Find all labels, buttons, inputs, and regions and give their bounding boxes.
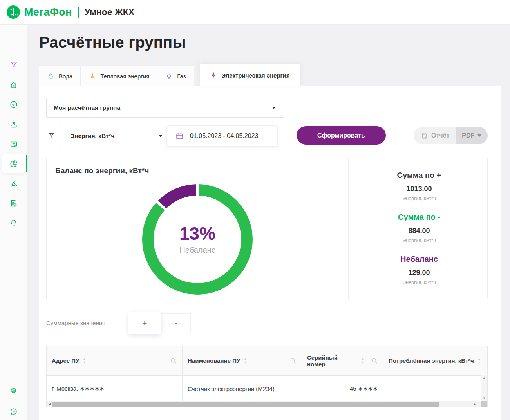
network-icon [9, 179, 18, 188]
chevron-down-icon [272, 107, 276, 109]
column-header-name[interactable]: Наименование ПУ [183, 346, 302, 375]
horizontal-scrollbar-thumb[interactable] [52, 402, 439, 407]
tab-heat[interactable]: Тепловая энергия [81, 66, 157, 86]
tab-gas[interactable]: Газ [157, 66, 194, 86]
tab-label: Газ [177, 73, 186, 80]
summary-plus: Сумма по + 1013.00 Энергия, кВт*ч [351, 171, 487, 201]
brand-logo[interactable]: МегаФон Умное ЖКХ [6, 5, 134, 19]
devices-table: Адрес ПУ Наименование ПУ Серийный номер [46, 346, 488, 407]
summary-imbalance-caption: Энергия, кВт*ч [351, 280, 487, 285]
horizontal-scrollbar[interactable]: ◄ ► [47, 401, 481, 407]
calendar-icon [175, 132, 184, 140]
sidebar-item-notifications[interactable] [0, 214, 27, 232]
scrollbar-corner [481, 401, 487, 407]
report-button-group: Отчёт PDF [414, 127, 488, 144]
cell-name: Счётчик электроэнергии (М234) [183, 376, 302, 402]
totals-label: Суммарные значения [46, 320, 105, 326]
sidebar-item-filter[interactable] [0, 56, 27, 74]
date-range-picker[interactable]: 01.05.2023 - 04.05.2023 [166, 125, 278, 147]
sidebar-item-home[interactable] [0, 76, 27, 94]
date-range-value: 01.05.2023 - 04.05.2023 [190, 132, 258, 139]
chat-icon [9, 407, 18, 416]
report-icon [9, 199, 18, 208]
chart-title: Баланс по энергии, кВт*ч [55, 167, 149, 175]
valve-icon [9, 120, 18, 129]
tab-label: Электрическая энергия [222, 72, 290, 79]
app: МегаФон Умное ЖКХ [0, 0, 510, 420]
tab-bar: Вода Тепловая энергия Газ Электрическая … [39, 64, 300, 86]
sidebar [0, 24, 28, 420]
report-format-value: PDF [462, 132, 474, 139]
summary-plus-value: 1013.00 [351, 185, 487, 193]
column-header-serial[interactable]: Серийный номер [302, 346, 383, 375]
group-select[interactable]: Моя расчётная группа [46, 98, 284, 118]
sidebar-item-network[interactable] [0, 175, 27, 193]
vertical-scrollbar[interactable]: ▲ ▼ [481, 375, 487, 401]
sort-icon[interactable] [361, 358, 364, 364]
sidebar-item-chat[interactable] [0, 402, 27, 420]
pie-chart-icon [9, 159, 18, 168]
sidebar-item-calc-groups[interactable] [0, 155, 27, 173]
summary-plus-caption: Энергия, кВт*ч [351, 196, 487, 201]
metric-select-value: Энергия, кВт*ч [70, 132, 115, 139]
sidebar-item-settings[interactable] [0, 382, 27, 400]
search-icon[interactable] [170, 358, 177, 364]
column-label: Адрес ПУ [52, 357, 79, 364]
search-icon[interactable] [371, 358, 378, 364]
page-title: Расчётные группы [39, 34, 186, 51]
table-header: Адрес ПУ Наименование ПУ Серийный номер [47, 346, 487, 376]
sidebar-item-valve[interactable] [0, 116, 27, 134]
column-header-address[interactable]: Адрес ПУ [47, 346, 183, 375]
metric-filter-icon-wrap[interactable] [49, 133, 54, 140]
scroll-up-arrow-icon[interactable]: ▲ [483, 377, 486, 380]
group-select-value: Моя расчётная группа [54, 104, 120, 111]
thermometer-icon [89, 72, 96, 80]
sidebar-item-meter[interactable] [0, 96, 27, 114]
cell-serial: 45 ∗∗∗∗ [302, 376, 383, 402]
sidebar-item-reports[interactable] [0, 194, 27, 212]
megafon-logo-icon [6, 5, 20, 19]
tab-electric[interactable]: Электрическая энергия [200, 64, 300, 86]
tab-label: Тепловая энергия [100, 73, 149, 80]
report-button[interactable]: Отчёт [414, 127, 456, 144]
filter-icon [9, 60, 18, 69]
summary-plus-title: Сумма по + [351, 171, 487, 180]
scroll-left-arrow-icon[interactable]: ◄ [48, 402, 51, 406]
column-header-energy[interactable]: Потреблённая энергия, кВт*ч [383, 346, 487, 375]
summary-minus-title: Сумма по - [351, 213, 487, 222]
summary-minus: Сумма по - 884.00 Энергия, кВт*ч [351, 213, 487, 243]
report-doc-icon [421, 132, 428, 139]
bell-icon [9, 219, 18, 227]
sidebar-item-terminal[interactable] [0, 135, 27, 153]
table-row[interactable]: г. Москва, ∗∗∗∗∗ Счётчик электроэнергии … [47, 376, 487, 402]
sort-icon[interactable] [477, 358, 481, 364]
cell-energy [383, 376, 481, 402]
generate-button[interactable]: Сформировать [297, 126, 386, 145]
summary-imbalance: Небаланс 129.00 Энергия, кВт*ч [351, 255, 487, 285]
water-drop-icon [47, 72, 54, 80]
gas-flame-icon [165, 72, 173, 80]
summary-imbalance-value: 129.00 [351, 269, 487, 277]
summary-minus-caption: Энергия, кВт*ч [351, 238, 487, 243]
donut-center: 13% Небаланс [154, 196, 241, 283]
report-button-label: Отчёт [431, 132, 449, 139]
totals-minus-button[interactable]: - [161, 313, 191, 333]
tab-water[interactable]: Вода [39, 66, 81, 86]
sort-icon[interactable] [244, 358, 247, 364]
summary-card: Сумма по + 1013.00 Энергия, кВт*ч Сумма … [351, 157, 488, 299]
chevron-down-icon [477, 134, 481, 137]
metric-select[interactable]: Энергия, кВт*ч [59, 126, 171, 146]
product-name: Умное ЖКХ [85, 7, 134, 18]
gear-icon [9, 387, 18, 395]
logo-divider [78, 7, 79, 18]
column-label: Наименование ПУ [188, 357, 240, 364]
report-format-select[interactable]: PDF [456, 127, 488, 144]
scroll-right-arrow-icon[interactable]: ► [473, 402, 477, 406]
search-icon[interactable] [290, 358, 296, 364]
cell-address: г. Москва, ∗∗∗∗∗ [47, 376, 183, 402]
scroll-down-arrow-icon[interactable]: ▼ [483, 397, 486, 400]
lightning-icon [210, 72, 217, 79]
chevron-down-icon [159, 135, 163, 137]
totals-plus-button[interactable]: + [128, 312, 161, 334]
sort-icon[interactable] [83, 358, 86, 364]
